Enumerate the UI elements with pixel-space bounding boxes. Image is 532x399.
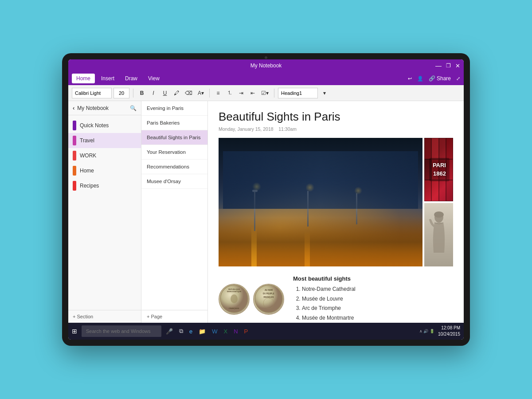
- taskbar-search-input[interactable]: [82, 325, 161, 337]
- task-view-icon[interactable]: ⧉: [177, 327, 185, 336]
- taskbar-right: ∧ 🔊 🔋 12:08 PM 10/24/2015: [419, 325, 460, 337]
- work-color: [73, 151, 76, 160]
- folder-icon[interactable]: 📁: [197, 327, 207, 336]
- menu-bar: Home Insert Draw View ↩ 👤 🔗 Share ⤢: [68, 72, 464, 85]
- bold-button[interactable]: B: [137, 88, 147, 98]
- sidebar-search-button[interactable]: 🔍: [130, 105, 137, 111]
- underline-button[interactable]: U: [160, 88, 170, 98]
- sights-ol: Notre-Dame Cathedral Musée de Louvre Arc…: [293, 285, 453, 323]
- menu-home[interactable]: Home: [72, 74, 95, 83]
- travel-color: [73, 136, 76, 145]
- highlight-button[interactable]: 🖍: [172, 88, 181, 98]
- sidebar-item-recipes[interactable]: Recipes: [68, 178, 141, 193]
- title-bar: My Notebook — ❐ ✕: [68, 59, 464, 72]
- menu-right: ↩ 👤 🔗 Share ⤢: [408, 75, 460, 82]
- style-selector[interactable]: [278, 88, 318, 98]
- sidebar-item-quicknotes[interactable]: Quick Notes: [68, 118, 141, 133]
- sidebar-label-home: Home: [80, 168, 94, 174]
- note-item-beautiful-sights[interactable]: Beautiful Sights in Paris: [141, 130, 207, 145]
- paris-sign-text: PARI 1862: [429, 158, 450, 181]
- sight-3: Arc de Triomphe: [302, 304, 453, 313]
- add-section-button[interactable]: + Section: [68, 310, 141, 323]
- taskbar: ⊞ 🎤 ⧉ e 📁 W X N P ∧ 🔊 🔋 12:08 PM 10/24/2…: [68, 323, 464, 340]
- app-title: My Notebook: [250, 63, 282, 69]
- sidebar-label-recipes: Recipes: [80, 183, 99, 189]
- tablet-screen: My Notebook — ❐ ✕ Home Insert Draw View …: [68, 59, 464, 340]
- menu-draw[interactable]: Draw: [121, 74, 142, 83]
- taskbar-time-display: 12:08 PM: [438, 325, 460, 331]
- close-button[interactable]: ✕: [455, 63, 460, 69]
- tablet-camera: [265, 56, 267, 59]
- system-tray: ∧ 🔊 🔋: [419, 329, 434, 333]
- sights-list: Most beautiful sights Notre-Dame Cathedr…: [293, 275, 453, 323]
- add-page-button[interactable]: + Page: [141, 310, 207, 323]
- content-area[interactable]: Beautiful Sights in Paris Monday, Januar…: [208, 101, 464, 323]
- sight-2: Musée de Louvre: [302, 294, 453, 304]
- svg-text:DEMOCRATIQUE: DEMOCRATIQUE: [227, 290, 241, 293]
- sidebar-back-button[interactable]: ‹: [73, 105, 74, 111]
- mic-icon[interactable]: 🎤: [164, 327, 175, 336]
- paris-street-photo: [219, 138, 422, 266]
- menu-view[interactable]: View: [144, 74, 164, 83]
- font-selector[interactable]: [72, 88, 112, 98]
- maximize-button[interactable]: ❐: [446, 63, 451, 69]
- note-item-evening[interactable]: Evening in Paris: [141, 101, 207, 116]
- main-area: ‹ My Notebook 🔍 Quick Notes Travel: [68, 101, 464, 323]
- toolbar-separator-1: [133, 89, 133, 98]
- undo-button[interactable]: ↩: [408, 76, 412, 82]
- sidebar: ‹ My Notebook 🔍 Quick Notes Travel: [68, 101, 141, 323]
- indent-button[interactable]: ⇥: [236, 88, 246, 98]
- toolbar: B I U 🖍 ⌫ A▾ ≡ ⒈ ⇥ ⇤ ☑▾ ▾: [68, 85, 464, 101]
- style-dropdown-button[interactable]: ▾: [320, 88, 329, 98]
- outdent-button[interactable]: ⇤: [248, 88, 258, 98]
- note-title: Beautiful Sights in Paris: [219, 110, 453, 124]
- powerpoint-icon[interactable]: P: [243, 327, 250, 336]
- coin-2: AU NOM DU PEUPLE FRANÇAIS: [253, 284, 284, 315]
- side-photos: PARI 1862: [424, 138, 453, 266]
- notes-panel: Evening in Paris Paris Bakeries Beautifu…: [141, 101, 208, 323]
- coin-1: REPUBLIQUE DEMOCRATIQUE FRANÇAISE: [219, 284, 250, 315]
- svg-point-1: [434, 211, 444, 218]
- sidebar-title: My Notebook: [77, 105, 127, 111]
- numbered-list-button[interactable]: ⒈: [225, 88, 235, 98]
- statue-photo: [424, 203, 453, 266]
- font-color-button[interactable]: A▾: [196, 88, 206, 98]
- excel-icon[interactable]: X: [222, 327, 230, 336]
- recipes-color: [73, 181, 76, 191]
- minimize-button[interactable]: —: [435, 62, 442, 69]
- sidebar-item-travel[interactable]: Travel: [68, 133, 141, 148]
- edge-icon[interactable]: e: [188, 327, 194, 336]
- note-images: PARI 1862: [219, 138, 453, 266]
- menu-insert[interactable]: Insert: [97, 74, 119, 83]
- note-date: Monday, January 15, 2018: [219, 126, 274, 132]
- italic-button[interactable]: I: [149, 88, 158, 98]
- sidebar-item-home[interactable]: Home: [68, 163, 141, 178]
- toolbar-separator-3: [274, 89, 274, 98]
- taskbar-clock: 12:08 PM 10/24/2015: [438, 325, 460, 337]
- sight-4: Musée de Montmartre: [302, 313, 453, 323]
- svg-point-5: [231, 294, 238, 303]
- sidebar-item-work[interactable]: WORK: [68, 148, 141, 163]
- bullet-list-button[interactable]: ≡: [213, 88, 223, 98]
- svg-text:DU PEUPLE: DU PEUPLE: [263, 293, 274, 295]
- paris-sign-inner: PARI 1862: [424, 138, 453, 201]
- share-button[interactable]: 🔗 Share: [429, 75, 451, 82]
- expand-button[interactable]: ⤢: [456, 76, 460, 82]
- sidebar-label-travel: Travel: [80, 137, 94, 144]
- note-item-bakeries[interactable]: Paris Bakeries: [141, 116, 207, 130]
- note-meta: Monday, January 15, 2018 11:30am: [219, 126, 453, 132]
- eraser-button[interactable]: ⌫: [183, 88, 194, 98]
- toolbar-separator-2: [209, 89, 210, 98]
- note-item-reservation[interactable]: Your Reservation: [141, 145, 207, 160]
- onenote-icon[interactable]: N: [232, 327, 239, 336]
- start-button[interactable]: ⊞: [72, 328, 77, 335]
- sidebar-label-quicknotes: Quick Notes: [80, 122, 109, 129]
- checkbox-button[interactable]: ☑▾: [259, 88, 270, 98]
- tablet-device: My Notebook — ❐ ✕ Home Insert Draw View …: [62, 53, 470, 346]
- account-button[interactable]: 👤: [417, 76, 423, 82]
- note-item-recommendations[interactable]: Recommendations: [141, 160, 207, 174]
- font-size[interactable]: [113, 88, 129, 98]
- sights-heading: Most beautiful sights: [293, 275, 453, 282]
- word-icon[interactable]: W: [210, 327, 219, 336]
- note-item-musee[interactable]: Musee d'Orsay: [141, 174, 207, 189]
